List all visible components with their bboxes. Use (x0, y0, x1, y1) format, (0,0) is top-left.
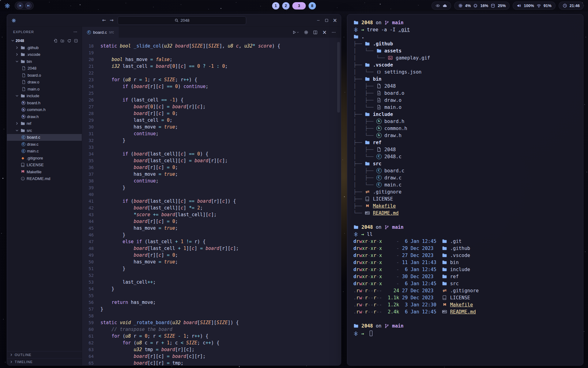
code-text: } (100, 184, 125, 191)
folder-icon (21, 128, 25, 133)
explorer-item-common.h[interactable]: hcommon.h (7, 106, 82, 113)
gap (447, 309, 450, 315)
token: + (178, 246, 181, 251)
gap (399, 260, 402, 265)
prompt-on: on (373, 20, 384, 25)
terminal-tree-line: │ ├── draw.o (353, 97, 577, 104)
branch-icon (384, 324, 389, 328)
editor-scrollbar[interactable] (337, 42, 340, 113)
command-center-search[interactable]: 2048 (118, 16, 246, 25)
perm-char: x (362, 281, 365, 286)
close-button[interactable]: × (322, 30, 327, 35)
explorer-item-include[interactable]: include (7, 93, 82, 100)
terminal-content: 2048 on main → tree -a -I .git .├── .git… (353, 19, 577, 337)
code-text: has_move = true; (100, 259, 178, 265)
workspace-2[interactable]: 2 (282, 2, 290, 10)
panel-outline[interactable]: OUTLINE (7, 351, 82, 358)
explorer-root-folder[interactable]: 2048 (7, 37, 82, 44)
explorer-item-.gitignore[interactable]: ◆.gitignore (7, 155, 82, 162)
explorer-item-LICENSE[interactable]: LICENSE (7, 162, 82, 169)
explorer-item-draw.o[interactable]: draw.o (7, 79, 82, 86)
branch-icon (384, 225, 389, 230)
explorer-item-README.md[interactable]: README.md (7, 175, 82, 182)
explorer-item-draw.h[interactable]: hdraw.h (7, 113, 82, 120)
token: = (159, 171, 161, 177)
explorer-item-draw.c[interactable]: Cdraw.c (7, 141, 82, 148)
maximize-button[interactable] (324, 18, 329, 23)
skip-back-button[interactable] (17, 2, 23, 9)
tree-entry-name: board.o (384, 90, 404, 96)
module-clock[interactable]: 21:46 (559, 2, 584, 10)
workspace-1[interactable]: 1 (272, 2, 280, 10)
explorer-item-.vscode[interactable]: .vscode (7, 51, 82, 58)
refresh-button[interactable] (67, 39, 71, 43)
perm-char: - (368, 309, 371, 315)
code-editor[interactable]: 18static bool _slide_col(u32 board[SIZE]… (82, 38, 341, 365)
tree-connector: │ ├── (353, 147, 376, 152)
terminal-window[interactable]: 2048 on main → tree -a -I .git .├── .git… (347, 14, 583, 366)
token (161, 333, 164, 339)
explorer-menu-icon[interactable] (73, 30, 77, 34)
explorer-item-board.c[interactable]: Cboard.c (7, 134, 82, 141)
line-number: 53 (82, 279, 94, 286)
token: [r][ (148, 165, 159, 170)
explorer-item-bin[interactable]: bin (7, 58, 82, 65)
collapse-all-button[interactable] (74, 39, 78, 43)
gear-button[interactable] (304, 30, 308, 35)
token: // transpose the board (111, 327, 172, 332)
token: : (217, 63, 219, 69)
new-folder-button[interactable] (60, 39, 65, 43)
token (205, 63, 208, 69)
workspace-8[interactable]: 8 (309, 2, 316, 10)
gap (447, 288, 450, 293)
token (100, 198, 123, 204)
tab-board.c[interactable]: C board.c src (82, 27, 119, 38)
module-weather[interactable] (432, 2, 451, 10)
code-line: 20 bool has_move = false; (82, 56, 341, 63)
token (192, 158, 194, 163)
file-date: 6 Jan 12:45 (402, 309, 436, 315)
explorer-item-2048[interactable]: 2048 (7, 65, 82, 72)
line-number: 38 (82, 178, 94, 184)
eye-icon (435, 3, 440, 8)
launcher-icon[interactable] (4, 3, 10, 9)
explorer-item-main.c[interactable]: Cmain.c (7, 148, 82, 155)
terminal-tree-line: ├── include (353, 111, 577, 118)
close-button[interactable]: × (333, 18, 337, 23)
skip-forward-button[interactable] (25, 2, 32, 9)
explorer-item-ref[interactable]: ref (7, 120, 82, 127)
perm-char: - (376, 239, 379, 244)
explorer-item-.github[interactable]: .github (7, 44, 82, 51)
workspace-3[interactable]: 3 (292, 2, 306, 10)
token: ; (175, 111, 178, 116)
run-button[interactable] (292, 30, 299, 35)
module-stats[interactable]: 4%16%25% (454, 2, 510, 10)
perm-char: w (359, 274, 362, 279)
panel-timeline[interactable]: TIMELINE (7, 358, 82, 365)
md-icon (365, 210, 370, 216)
explorer-item-board.o[interactable]: board.o (7, 72, 82, 79)
token: r (131, 77, 139, 82)
arrow-right-icon[interactable]: → (109, 18, 114, 23)
new-file-button[interactable] (54, 39, 58, 43)
token: SIZE (164, 77, 175, 82)
code-text: board[r][c] = 0; (100, 110, 178, 117)
explorer-item-board.h[interactable]: hboard.h (7, 99, 82, 106)
token (159, 212, 161, 217)
token (172, 84, 175, 89)
file-icon (21, 73, 26, 78)
module-av[interactable]: 100%91% (513, 2, 555, 10)
perm-char: d (353, 260, 356, 265)
minimize-button[interactable]: ─ (316, 18, 321, 23)
explorer-item-Makefile[interactable]: MMakefile (7, 168, 82, 175)
split-button[interactable] (313, 30, 318, 35)
explorer-item-src[interactable]: src (7, 127, 82, 134)
code-line: 43 *score += board[last_cell][c]; (82, 211, 341, 218)
dots-button[interactable] (331, 30, 336, 35)
explorer-item-main.o[interactable]: main.o (7, 86, 82, 93)
perm-char: d (353, 267, 356, 272)
code-line: 29 last_cell = 0; (82, 117, 341, 124)
md-icon (442, 309, 447, 314)
arrow-left-icon[interactable]: ← (102, 18, 106, 23)
token: board (134, 198, 147, 204)
